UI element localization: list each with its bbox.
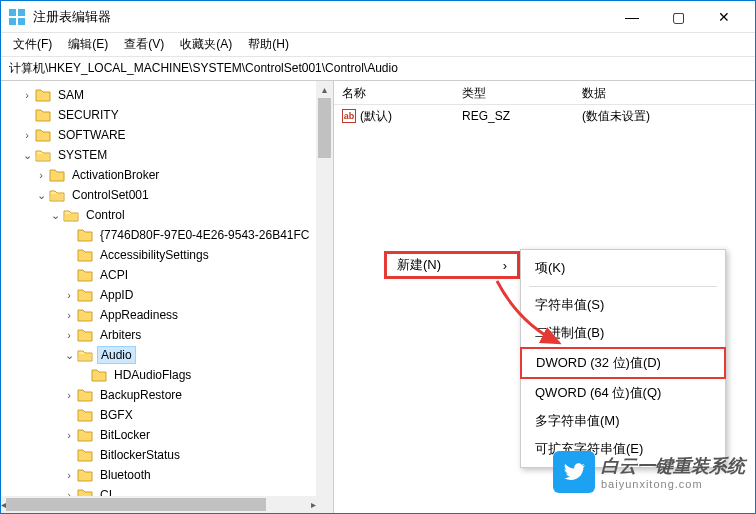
expand-icon[interactable]: › (63, 289, 75, 301)
folder-icon (77, 468, 93, 482)
scroll-thumb[interactable] (6, 498, 266, 511)
minimize-button[interactable]: — (609, 2, 655, 32)
tree-item-bitlocker[interactable]: ›BitLocker (7, 425, 333, 445)
tree-item-bgfx[interactable]: ›BGFX (7, 405, 333, 425)
app-icon (9, 9, 25, 25)
tree-item-bluetooth[interactable]: ›Bluetooth (7, 465, 333, 485)
collapse-icon[interactable]: ⌄ (49, 209, 61, 222)
svg-rect-0 (9, 9, 16, 16)
folder-open-icon (77, 348, 93, 362)
context-menu-new[interactable]: 新建(N) › (384, 251, 520, 279)
titlebar: 注册表编辑器 — ▢ ✕ (1, 1, 755, 33)
folder-icon (77, 248, 93, 262)
value-data: (数值未设置) (574, 108, 755, 125)
address-path: 计算机\HKEY_LOCAL_MACHINE\SYSTEM\ControlSet… (9, 60, 398, 77)
tree-item-control[interactable]: ⌄Control (7, 205, 333, 225)
folder-icon (35, 128, 51, 142)
folder-open-icon (49, 188, 65, 202)
menu-view[interactable]: 查看(V) (116, 33, 172, 56)
context-new-label: 新建(N) (397, 256, 441, 274)
list-row-default[interactable]: ab (默认) REG_SZ (数值未设置) (334, 105, 755, 127)
menu-edit[interactable]: 编辑(E) (60, 33, 116, 56)
close-button[interactable]: ✕ (701, 2, 747, 32)
column-data[interactable]: 数据 (574, 81, 755, 104)
expand-icon[interactable]: › (63, 389, 75, 401)
folder-icon (77, 428, 93, 442)
tree-item-software[interactable]: ›SOFTWARE (7, 125, 333, 145)
tree-item-system[interactable]: ⌄SYSTEM (7, 145, 333, 165)
submenu-arrow-icon: › (503, 258, 507, 273)
folder-icon (77, 388, 93, 402)
context-item-expandstring[interactable]: 可扩充字符串值(E) (521, 435, 725, 463)
tree-item-appid[interactable]: ›AppID (7, 285, 333, 305)
value-type: REG_SZ (454, 109, 574, 123)
menu-file[interactable]: 文件(F) (5, 33, 60, 56)
tree-item-audio[interactable]: ⌄Audio (7, 345, 333, 365)
context-item-string[interactable]: 字符串值(S) (521, 291, 725, 319)
value-name: (默认) (360, 108, 392, 125)
tree-item-guid[interactable]: ›{7746D80F-97E0-4E26-9543-26B41FC (7, 225, 333, 245)
tree-item-controlset001[interactable]: ⌄ControlSet001 (7, 185, 333, 205)
tree-vertical-scrollbar[interactable]: ▴ ▾ (316, 81, 333, 513)
folder-icon (77, 288, 93, 302)
expand-icon[interactable]: › (21, 129, 33, 141)
folder-open-icon (63, 208, 79, 222)
context-item-key[interactable]: 项(K) (521, 254, 725, 282)
column-type[interactable]: 类型 (454, 81, 574, 104)
tree-item-sam[interactable]: ›SAM (7, 85, 333, 105)
expand-icon[interactable]: › (63, 309, 75, 321)
maximize-button[interactable]: ▢ (655, 2, 701, 32)
folder-icon (77, 408, 93, 422)
collapse-icon[interactable]: ⌄ (63, 349, 75, 362)
column-name[interactable]: 名称 (334, 81, 454, 104)
values-panel: 名称 类型 数据 ab (默认) REG_SZ (数值未设置) 新建(N) › … (334, 81, 755, 513)
folder-open-icon (35, 148, 51, 162)
expand-icon[interactable]: › (63, 429, 75, 441)
string-value-icon: ab (342, 109, 356, 123)
scroll-thumb[interactable] (318, 98, 331, 158)
tree-item-accessibility[interactable]: ›AccessibilitySettings (7, 245, 333, 265)
svg-rect-3 (18, 18, 25, 25)
svg-rect-1 (18, 9, 25, 16)
context-item-dword[interactable]: DWORD (32 位)值(D) (520, 347, 726, 379)
context-submenu: 项(K) 字符串值(S) 二进制值(B) DWORD (32 位)值(D) QW… (520, 249, 726, 468)
folder-icon (91, 368, 107, 382)
menu-help[interactable]: 帮助(H) (240, 33, 297, 56)
svg-rect-2 (9, 18, 16, 25)
list-header: 名称 类型 数据 (334, 81, 755, 105)
expand-icon[interactable]: › (35, 169, 47, 181)
expand-icon[interactable]: › (63, 469, 75, 481)
tree-item-activationbroker[interactable]: ›ActivationBroker (7, 165, 333, 185)
expand-icon[interactable]: › (21, 89, 33, 101)
scroll-up-icon[interactable]: ▴ (316, 81, 333, 98)
tree-item-hdaudioflags[interactable]: ›HDAudioFlags (7, 365, 333, 385)
folder-icon (35, 88, 51, 102)
context-item-multistring[interactable]: 多字符串值(M) (521, 407, 725, 435)
folder-icon (77, 308, 93, 322)
menu-favorites[interactable]: 收藏夹(A) (172, 33, 240, 56)
expand-icon[interactable]: › (63, 329, 75, 341)
collapse-icon[interactable]: ⌄ (35, 189, 47, 202)
context-item-qword[interactable]: QWORD (64 位)值(Q) (521, 379, 725, 407)
folder-icon (49, 168, 65, 182)
tree-panel: ›SAM ›SECURITY ›SOFTWARE ⌄SYSTEM ›Activa… (1, 81, 334, 513)
menubar: 文件(F) 编辑(E) 查看(V) 收藏夹(A) 帮助(H) (1, 33, 755, 57)
menu-separator (529, 286, 717, 287)
collapse-icon[interactable]: ⌄ (21, 149, 33, 162)
folder-icon (77, 328, 93, 342)
tree-item-security[interactable]: ›SECURITY (7, 105, 333, 125)
tree-item-bitlockerstatus[interactable]: ›BitlockerStatus (7, 445, 333, 465)
tree-item-appreadiness[interactable]: ›AppReadiness (7, 305, 333, 325)
tree-item-acpi[interactable]: ›ACPI (7, 265, 333, 285)
tree-horizontal-scrollbar[interactable]: ◂ ▸ (1, 496, 316, 513)
folder-icon (35, 108, 51, 122)
tree-item-arbiters[interactable]: ›Arbiters (7, 325, 333, 345)
folder-icon (77, 448, 93, 462)
folder-icon (77, 268, 93, 282)
tree-item-backuprestore[interactable]: ›BackupRestore (7, 385, 333, 405)
scrollbar-corner (316, 496, 333, 513)
folder-icon (77, 228, 93, 242)
context-item-binary[interactable]: 二进制值(B) (521, 319, 725, 347)
window-title: 注册表编辑器 (33, 8, 609, 26)
address-bar[interactable]: 计算机\HKEY_LOCAL_MACHINE\SYSTEM\ControlSet… (1, 57, 755, 81)
